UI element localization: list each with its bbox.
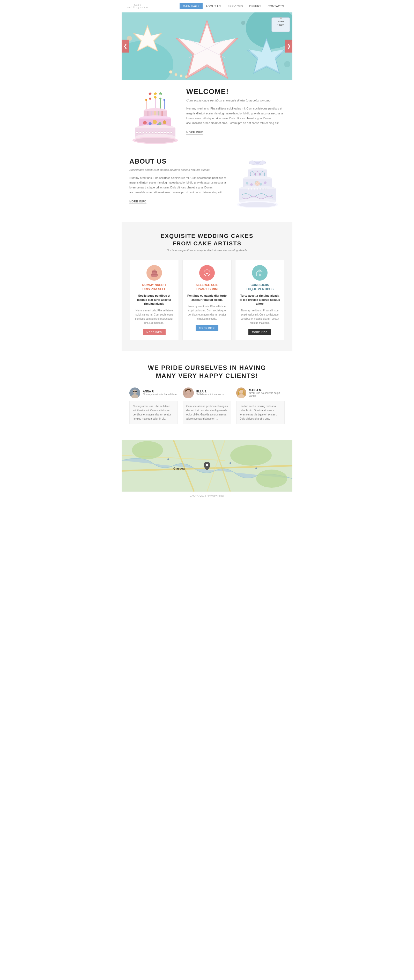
about-more-info-link[interactable]: MORE INFO bbox=[129, 200, 146, 204]
service-card-2: SELLRCE SCIPITVARIUS MIM Pentibus et mag… bbox=[182, 259, 232, 340]
hero-image: WITH LOVE bbox=[122, 13, 292, 80]
svg-point-144 bbox=[230, 445, 272, 466]
service-icon-3 bbox=[252, 265, 268, 281]
svg-point-92 bbox=[256, 181, 259, 183]
wedding-cake-svg bbox=[233, 158, 282, 214]
svg-point-32 bbox=[149, 98, 151, 100]
hero-next-icon: ❯ bbox=[287, 43, 291, 49]
svg-point-151 bbox=[255, 468, 257, 469]
hero-prev-button[interactable]: ❮ bbox=[122, 40, 129, 52]
service-icon-1 bbox=[146, 265, 162, 281]
about-section: ABOUT US Sociistoque pentibus et magnis … bbox=[122, 152, 292, 222]
nav-offers[interactable]: OFFERS bbox=[246, 3, 265, 9]
svg-point-16 bbox=[169, 70, 172, 73]
welcome-more-info-link[interactable]: MORE INFO bbox=[186, 131, 203, 135]
client-name-3: MARIA N. bbox=[249, 388, 285, 391]
svg-point-64 bbox=[152, 132, 154, 134]
svg-rect-129 bbox=[135, 391, 137, 392]
logo: Cacy wedding cakes bbox=[127, 4, 149, 9]
service-heading-3: Turto ascetur rimulug aleada bi dio grav… bbox=[240, 294, 280, 306]
services-subtitle: Sociistoque pentibus et magnis diarturto… bbox=[127, 249, 287, 252]
svg-point-101 bbox=[254, 188, 255, 190]
svg-point-18 bbox=[180, 75, 182, 77]
svg-point-149 bbox=[167, 458, 169, 460]
services-cards: NUMMY NRERITURIS PHA SELL Sociistoque pe… bbox=[127, 259, 287, 340]
svg-point-95 bbox=[258, 183, 260, 185]
service-more-info-btn-1[interactable]: MORE INFO bbox=[143, 329, 166, 335]
svg-point-51 bbox=[163, 120, 167, 124]
service-more-info-btn-3[interactable]: MORE INFO bbox=[248, 329, 271, 335]
nav-contacts[interactable]: CONTACTS bbox=[265, 3, 287, 9]
svg-point-34 bbox=[146, 99, 147, 101]
navigation: MAIN PAGE ABOUT US SERVICES OFFERS CONTA… bbox=[179, 3, 287, 9]
welcome-section: WELCOME! Cum sociistoque pentibus et mag… bbox=[122, 80, 292, 152]
nav-services[interactable]: SERVICES bbox=[224, 3, 246, 9]
footer-text: CACY © 2014 • Privacy Policy bbox=[190, 495, 224, 497]
hero-prev-icon: ❮ bbox=[124, 43, 127, 49]
client-avatar-1 bbox=[129, 388, 140, 398]
hero-svg: WITH LOVE bbox=[122, 13, 292, 80]
svg-point-17 bbox=[174, 73, 177, 76]
svg-point-113 bbox=[151, 275, 158, 277]
svg-point-104 bbox=[263, 188, 265, 190]
client-avatar-svg-1 bbox=[129, 388, 140, 398]
client-info-2: ELLA S. Sellirtsce scipit varius mi bbox=[197, 390, 225, 396]
service-text-2: Nummy nrerit uris. Pha sellirtsce scipit… bbox=[187, 304, 227, 321]
logo-subtitle: wedding cakes bbox=[127, 6, 149, 9]
about-cake-image bbox=[233, 158, 285, 214]
svg-point-31 bbox=[154, 96, 157, 99]
about-body: Nummy nrerit uris. Pha sellirtsce scipil… bbox=[129, 175, 228, 195]
nav-about-us[interactable]: ABOUT US bbox=[203, 3, 224, 9]
svg-text:Glasgow: Glasgow bbox=[173, 467, 185, 470]
map-svg: Glasgow bbox=[122, 440, 292, 492]
svg-point-103 bbox=[260, 188, 262, 190]
svg-point-75 bbox=[260, 161, 266, 164]
client-header-2: ELLA S. Sellirtsce scipit varius mi bbox=[183, 388, 231, 398]
client-item-2: ELLA S. Sellirtsce scipit varius mi Cum … bbox=[183, 388, 231, 424]
svg-marker-28 bbox=[154, 92, 157, 95]
svg-point-148 bbox=[206, 464, 208, 466]
about-text: ABOUT US Sociistoque pentibus et magnis … bbox=[129, 158, 228, 204]
svg-point-20 bbox=[241, 21, 245, 25]
svg-point-19 bbox=[185, 75, 187, 78]
client-quote-3: Diarturt scetur rimulug maleada odior bi… bbox=[236, 401, 285, 424]
hero-slider: WITH LOVE ❮ ❯ bbox=[122, 13, 292, 80]
svg-point-87 bbox=[250, 183, 253, 186]
client-header-3: MARIA N. Nrerit uris ha sellirtsc scipit… bbox=[236, 388, 285, 398]
svg-point-59 bbox=[136, 132, 138, 134]
client-quote-2: Cum sociistoque pentibus et magnis diart… bbox=[183, 401, 231, 424]
svg-point-100 bbox=[251, 188, 252, 190]
svg-point-63 bbox=[149, 132, 151, 134]
about-title: ABOUT US bbox=[129, 158, 228, 165]
client-name-2: ELLA S. bbox=[197, 390, 225, 393]
service-more-info-btn-2[interactable]: MORE INFO bbox=[196, 325, 218, 331]
client-avatar-svg-3 bbox=[236, 388, 246, 398]
svg-point-60 bbox=[139, 132, 141, 134]
hero-next-button[interactable]: ❯ bbox=[285, 40, 292, 52]
svg-point-15 bbox=[280, 17, 282, 19]
client-avatar-3 bbox=[236, 388, 246, 398]
map-section: Glasgow bbox=[122, 440, 292, 492]
footer: CACY © 2014 • Privacy Policy bbox=[122, 492, 292, 500]
clients-title: WE PRIDE OURSELVES IN HAVINGMANY VERY HA… bbox=[129, 364, 285, 380]
client-name-1: ANNA F. bbox=[143, 390, 177, 393]
svg-point-94 bbox=[255, 183, 257, 185]
cake-icon-svg bbox=[150, 269, 159, 277]
svg-point-22 bbox=[284, 61, 290, 67]
svg-rect-128 bbox=[133, 391, 134, 392]
svg-point-114 bbox=[153, 270, 154, 270]
svg-point-49 bbox=[153, 120, 157, 124]
svg-point-33 bbox=[159, 98, 162, 100]
svg-point-35 bbox=[163, 99, 165, 101]
client-info-3: MARIA N. Nrerit uris ha sellirtsc scipit… bbox=[249, 388, 285, 397]
nav-main-page[interactable]: MAIN PAGE bbox=[179, 3, 203, 9]
svg-point-48 bbox=[149, 122, 152, 125]
clients-row: ANNA F. Nummy nrerit uris ha sellitsce N… bbox=[129, 388, 285, 424]
client-desc-1: Nummy nrerit uris ha sellitsce bbox=[143, 393, 177, 396]
client-header-1: ANNA F. Nummy nrerit uris ha sellitsce bbox=[129, 388, 178, 398]
svg-marker-29 bbox=[148, 92, 152, 95]
clients-section: WE PRIDE OURSELVES IN HAVINGMANY VERY HA… bbox=[122, 351, 292, 440]
service-card-1: NUMMY NRERITURIS PHA SELL Sociistoque pe… bbox=[130, 259, 179, 340]
svg-point-115 bbox=[154, 269, 155, 270]
welcome-subtitle: Cum sociistoque pentibus et magnis diart… bbox=[186, 98, 285, 103]
